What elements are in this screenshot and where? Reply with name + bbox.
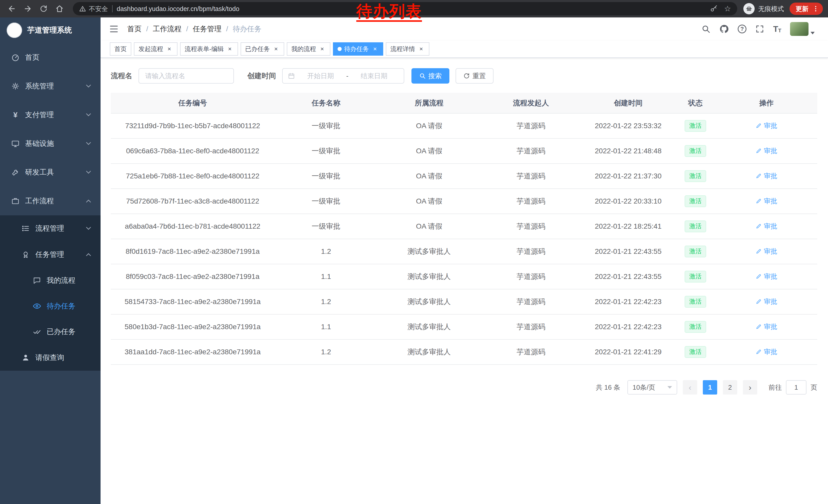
cell-task-name: 一级审批 [275,189,378,214]
table-row: 73211d9d-7b9b-11ec-b5b7-acde48001122 一级审… [111,113,817,138]
approve-link[interactable]: 审批 [756,146,777,155]
browser-update-button[interactable]: 更新 [790,3,823,15]
tab-done-task[interactable]: 已办任务 × [241,42,284,56]
double-check-icon [32,328,42,336]
cell-initiator: 芋道源码 [481,314,581,339]
chevron-left-icon: ‹ [689,383,692,392]
approve-link[interactable]: 审批 [756,348,777,356]
cell-task-name: 1.1 [275,264,378,289]
browser-menu-button[interactable] [812,5,819,13]
github-link-button[interactable] [719,24,729,34]
cell-task-id: 73211d9d-7b9b-11ec-b5b7-acde48001122 [111,113,275,138]
yen-icon: ¥ [10,110,20,119]
github-icon [719,24,729,34]
sidebar-item-system[interactable]: 系统管理 [0,72,100,100]
close-icon[interactable]: × [319,45,326,53]
create-time-label: 创建时间 [247,71,276,81]
cell-initiator: 芋道源码 [481,264,581,289]
browser-forward-button[interactable] [21,2,34,15]
password-key-icon[interactable] [710,5,718,13]
browser-back-button[interactable] [5,2,18,15]
prev-page-button[interactable]: ‹ [683,380,697,395]
approve-link[interactable]: 审批 [756,247,777,256]
browser-home-button[interactable] [53,2,66,15]
approve-link[interactable]: 审批 [756,272,777,281]
help-button[interactable]: ? [738,25,746,33]
sidebar-item-todo-task[interactable]: 待办任务 [0,293,100,319]
cell-create-time: 2022-01-22 21:48:48 [581,138,675,164]
search-button[interactable]: 搜索 [411,68,449,84]
breadcrumb-task-mgmt[interactable]: 任务管理 [193,24,222,34]
close-icon[interactable]: × [226,45,234,53]
sidebar-item-process-mgmt[interactable]: 流程管理 [0,215,100,241]
table-row: 8f059c03-7ac8-11ec-a9e2-a2380e71991a 1.1… [111,264,817,289]
cell-task-name: 1.2 [275,289,378,314]
close-icon[interactable]: × [273,45,280,53]
todo-task-table: 任务编号 任务名称 所属流程 流程发起人 创建时间 状态 操作 73211d9d… [111,93,817,365]
tab-start-process[interactable]: 发起流程 × [134,42,177,56]
approve-link[interactable]: 审批 [756,197,777,205]
date-range-picker[interactable]: 开始日期 - 结束日期 [282,68,404,84]
breadcrumb-separator: / [186,25,188,33]
cell-status: 激活 [675,113,716,138]
chevron-down-icon [86,171,91,174]
cell-task-name: 一级审批 [275,164,378,189]
page-button-2[interactable]: 2 [723,380,737,395]
breadcrumb-workflow[interactable]: 工作流程 [153,24,181,34]
sidebar-item-done-task[interactable]: 已办任务 [0,319,100,345]
approve-link[interactable]: 审批 [756,297,777,306]
breadcrumb-home[interactable]: 首页 [127,24,141,34]
sidebar-item-leave-query[interactable]: 请假查询 [0,345,100,371]
sidebar-collapse-button[interactable] [108,23,120,35]
header-search-button[interactable] [701,25,710,34]
sidebar-item-devtools[interactable]: 研发工具 [0,158,100,187]
approve-link[interactable]: 审批 [756,322,777,331]
table-header-row: 任务编号 任务名称 所属流程 流程发起人 创建时间 状态 操作 [111,93,817,113]
security-chip[interactable]: 不安全 [79,5,108,13]
reset-button[interactable]: 重置 [456,68,494,84]
next-page-button[interactable]: › [743,380,757,395]
approve-link[interactable]: 审批 [756,222,777,231]
cell-status: 激活 [675,314,716,339]
goto-page-input[interactable] [786,380,806,395]
tab-todo-task[interactable]: 待办任务 × [333,42,383,56]
sidebar-item-workflow[interactable]: 工作流程 [0,187,100,215]
cell-create-time: 2022-01-21 22:42:23 [581,314,675,339]
sidebar-item-infra[interactable]: 基础设施 [0,129,100,158]
chevron-down-icon [86,227,91,230]
process-name-input[interactable] [138,68,234,84]
cell-task-id: 069c6a63-7b8a-11ec-8ef0-acde48001122 [111,138,275,164]
page-size-select[interactable]: 10条/页 [627,380,677,395]
cell-initiator: 芋道源码 [481,289,581,314]
fullscreen-button[interactable] [755,25,764,34]
cell-process: 测试多审批人 [378,264,481,289]
tab-process-form-edit[interactable]: 流程表单-编辑 × [180,42,238,56]
cell-create-time: 2022-01-21 22:43:55 [581,264,675,289]
status-badge: 激活 [685,145,706,156]
sidebar-item-payment[interactable]: ¥ 支付管理 [0,100,100,129]
close-icon[interactable]: × [418,45,425,53]
tab-process-detail[interactable]: 流程详情 × [386,42,429,56]
edit-icon [756,299,762,305]
cell-create-time: 2022-01-21 22:42:23 [581,289,675,314]
close-icon[interactable]: × [371,45,379,53]
sidebar-menu: 首页 系统管理 ¥ 支付管理 [0,43,100,371]
sidebar-item-task-mgmt[interactable]: 任务管理 [0,241,100,268]
col-task-id: 任务编号 [111,93,275,113]
tab-my-process[interactable]: 我的流程 × [287,42,330,56]
goto-suffix: 页 [811,383,817,392]
tab-home[interactable]: 首页 [110,42,131,56]
sidebar-item-my-process[interactable]: 我的流程 [0,268,100,293]
cell-status: 激活 [675,138,716,164]
bookmark-star-icon[interactable]: ☆ [724,5,731,12]
browser-reload-button[interactable] [37,2,50,15]
active-dot [338,47,342,51]
user-avatar-menu[interactable] [790,22,815,36]
page-button-1[interactable]: 1 [703,380,717,395]
approve-link[interactable]: 审批 [756,172,777,180]
close-icon[interactable]: × [166,45,173,53]
cell-task-id: 725a1eb6-7b88-11ec-8ef0-acde48001122 [111,164,275,189]
approve-link[interactable]: 审批 [756,121,777,130]
sidebar-item-home[interactable]: 首页 [0,43,100,72]
font-size-button[interactable]: TT [773,25,781,33]
